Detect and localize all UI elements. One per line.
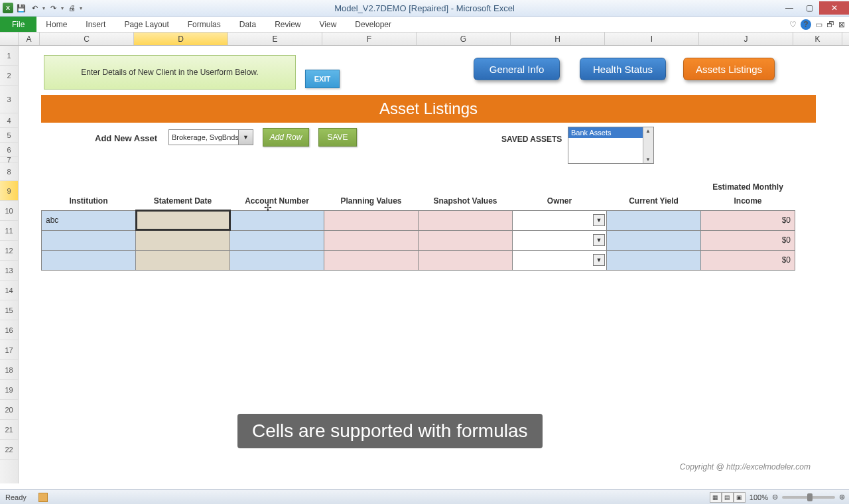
- exit-button[interactable]: EXIT: [305, 70, 340, 88]
- health-status-button[interactable]: Health Status: [580, 58, 666, 80]
- cell-income[interactable]: $0: [701, 230, 795, 250]
- row-header-4[interactable]: 4: [0, 113, 18, 128]
- tab-insert[interactable]: Insert: [76, 17, 115, 32]
- tab-developer[interactable]: Developer: [346, 17, 401, 32]
- cell-yield[interactable]: [607, 230, 701, 250]
- row-header-14[interactable]: 14: [0, 281, 18, 300]
- tab-view[interactable]: View: [310, 17, 346, 32]
- zoom-slider[interactable]: [782, 496, 835, 499]
- tab-data[interactable]: Data: [230, 17, 265, 32]
- cell-owner[interactable]: ▼: [513, 230, 607, 250]
- cell-snap[interactable]: [419, 210, 513, 230]
- undo-icon[interactable]: ↶: [29, 3, 40, 13]
- row-header-18[interactable]: 18: [0, 360, 18, 380]
- row-header-2[interactable]: 2: [0, 66, 18, 86]
- saved-asset-item[interactable]: Bank Assets: [568, 127, 653, 138]
- tab-file[interactable]: File: [0, 17, 36, 32]
- normal-view-icon[interactable]: ▦: [710, 492, 722, 503]
- row-header-21[interactable]: 21: [0, 420, 18, 440]
- column-header-I[interactable]: I: [605, 32, 699, 45]
- print-preview-icon[interactable]: 🖨: [66, 3, 77, 13]
- page-break-view-icon[interactable]: ▣: [734, 492, 746, 503]
- column-header-D[interactable]: D: [134, 32, 228, 45]
- ribbon-minimize-icon[interactable]: ▭: [815, 20, 822, 29]
- column-header-A[interactable]: A: [19, 32, 40, 45]
- cell-snap[interactable]: [419, 250, 513, 270]
- ribbon-restore-icon[interactable]: 🗗: [826, 20, 834, 29]
- save-icon[interactable]: 💾: [16, 3, 27, 13]
- assets-listings-button[interactable]: Assets Listings: [683, 58, 775, 80]
- row-header-10[interactable]: 10: [0, 201, 18, 221]
- row-header-3[interactable]: 3: [0, 86, 18, 113]
- zoom-in-icon[interactable]: ⊕: [839, 493, 845, 501]
- row-header-8[interactable]: 8: [0, 162, 18, 181]
- cell-snap[interactable]: [419, 230, 513, 250]
- redo-icon[interactable]: ↷: [48, 3, 58, 13]
- dropdown-caret-icon[interactable]: ▼: [238, 130, 253, 145]
- cell-inst[interactable]: [42, 250, 136, 270]
- cell-acct[interactable]: [230, 210, 324, 230]
- row-header-20[interactable]: 20: [0, 400, 18, 420]
- qat-customize-icon[interactable]: ▾: [80, 5, 82, 11]
- row-header-22[interactable]: 22: [0, 440, 18, 460]
- macro-record-icon[interactable]: [38, 493, 48, 502]
- cell-inst[interactable]: abc: [42, 210, 136, 230]
- add-row-button[interactable]: Add Row: [263, 128, 309, 147]
- cell-income[interactable]: $0: [701, 250, 795, 270]
- column-header-G[interactable]: G: [417, 32, 511, 45]
- row-header-7[interactable]: 7: [0, 157, 18, 162]
- listbox-scrollbar[interactable]: [643, 127, 653, 163]
- row-header-1[interactable]: 1: [0, 46, 18, 66]
- cell-plan[interactable]: [324, 210, 419, 230]
- tab-home[interactable]: Home: [36, 17, 76, 32]
- column-header-E[interactable]: E: [228, 32, 322, 45]
- owner-dropdown-icon[interactable]: ▼: [593, 254, 605, 266]
- row-header-16[interactable]: 16: [0, 320, 18, 340]
- ribbon-expand-icon[interactable]: ♡: [789, 20, 797, 29]
- row-header-17[interactable]: 17: [0, 340, 18, 360]
- help-icon[interactable]: ?: [801, 19, 811, 30]
- cell-owner[interactable]: ▼: [513, 210, 607, 230]
- zoom-level[interactable]: 100%: [750, 493, 768, 501]
- cell-stmt[interactable]: [136, 210, 230, 230]
- zoom-out-icon[interactable]: ⊖: [772, 493, 778, 501]
- close-button[interactable]: ✕: [819, 1, 849, 15]
- cell-stmt[interactable]: [136, 230, 230, 250]
- redo-dropdown-icon[interactable]: ▾: [61, 5, 64, 11]
- tab-review[interactable]: Review: [265, 17, 310, 32]
- cell-acct[interactable]: [230, 250, 324, 270]
- row-header-11[interactable]: 11: [0, 221, 18, 241]
- cell-income[interactable]: $0: [701, 210, 795, 230]
- cell-acct[interactable]: [230, 230, 324, 250]
- ribbon-close-icon[interactable]: ⊠: [838, 20, 845, 29]
- select-all-corner[interactable]: [0, 32, 19, 45]
- save-button[interactable]: SAVE: [318, 128, 357, 147]
- row-header-9[interactable]: 9: [0, 181, 18, 201]
- column-header-J[interactable]: J: [699, 32, 793, 45]
- column-header-C[interactable]: C: [40, 32, 134, 45]
- owner-dropdown-icon[interactable]: ▼: [593, 234, 605, 246]
- cell-yield[interactable]: [607, 210, 701, 230]
- column-header-K[interactable]: K: [793, 32, 842, 45]
- cell-owner[interactable]: ▼: [513, 250, 607, 270]
- row-header-12[interactable]: 12: [0, 241, 18, 261]
- general-info-button[interactable]: General Info: [474, 58, 560, 80]
- row-header-19[interactable]: 19: [0, 380, 18, 400]
- excel-icon[interactable]: X: [3, 3, 13, 13]
- cell-plan[interactable]: [324, 230, 419, 250]
- maximize-button[interactable]: ▢: [799, 1, 819, 15]
- minimize-button[interactable]: —: [779, 1, 799, 15]
- tab-page-layout[interactable]: Page Layout: [115, 17, 178, 32]
- cells-area[interactable]: Enter Details of New Client in the Userf…: [19, 46, 849, 483]
- tab-formulas[interactable]: Formulas: [178, 17, 230, 32]
- cell-stmt[interactable]: [136, 250, 230, 270]
- cell-yield[interactable]: [607, 250, 701, 270]
- saved-assets-listbox[interactable]: Bank Assets: [568, 127, 654, 164]
- undo-dropdown-icon[interactable]: ▾: [42, 5, 45, 11]
- row-header-13[interactable]: 13: [0, 261, 18, 281]
- owner-dropdown-icon[interactable]: ▼: [593, 214, 605, 226]
- page-layout-view-icon[interactable]: ▤: [722, 492, 734, 503]
- row-header-15[interactable]: 15: [0, 300, 18, 320]
- column-header-F[interactable]: F: [322, 32, 417, 45]
- row-header-5[interactable]: 5: [0, 128, 18, 143]
